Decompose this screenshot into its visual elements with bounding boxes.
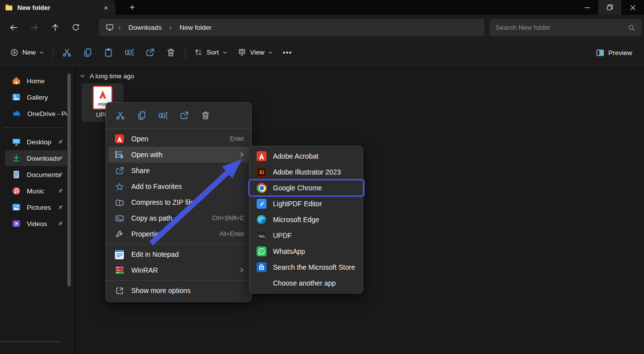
menu-item-open-with[interactable]: Open with [108, 147, 249, 163]
sidebar-item-desktop[interactable]: Desktop [5, 134, 67, 150]
sidebar-item-label: Videos [27, 220, 47, 228]
menu-item-edit-in-notepad[interactable]: Edit in Notepad [108, 246, 249, 262]
breadcrumb-new-folder[interactable]: New folder [175, 22, 215, 33]
chevron-right-icon[interactable] [5, 111, 5, 116]
paste-button[interactable] [98, 44, 119, 61]
preview-button[interactable]: Preview [590, 44, 637, 61]
sidebar-item-videos[interactable]: Videos [5, 216, 67, 232]
submenu-item-search-microsoft-store[interactable]: Search the Microsoft Store [252, 259, 360, 275]
menu-item-show-more-options[interactable]: Show more options [108, 283, 249, 298]
submenu-item-adobe-acrobat[interactable]: Adobe Acrobat [252, 148, 360, 164]
delete-button[interactable] [161, 44, 181, 61]
copy-path-icon [114, 214, 125, 223]
share-button[interactable] [140, 44, 161, 61]
cut-icon[interactable] [111, 107, 129, 123]
sidebar-item-gallery[interactable]: Gallery [5, 89, 67, 105]
menu-item-shortcut: Alt+Enter [219, 231, 244, 237]
new-button[interactable]: New [5, 44, 49, 61]
home-icon [12, 76, 21, 85]
menu-divider [106, 244, 251, 244]
menu-item-label: Open with [131, 151, 235, 159]
pin-icon [57, 204, 63, 211]
sidebar-item-home[interactable]: Home [5, 73, 67, 89]
forward-button[interactable] [24, 18, 45, 36]
submenu-item-choose-another-app[interactable]: Choose another app [252, 275, 360, 291]
toolbar-divider [53, 46, 53, 59]
share-icon [114, 166, 125, 176]
chevron-down-icon [222, 50, 227, 55]
menu-item-label: Copy as path [131, 214, 212, 222]
minimize-button[interactable] [576, 0, 598, 15]
menu-item-open[interactable]: Open Enter [108, 131, 249, 147]
submenu-item-whatsapp[interactable]: WhatsApp [252, 243, 360, 259]
sidebar-item-pictures[interactable]: Pictures [5, 199, 67, 215]
copy-icon[interactable] [132, 107, 151, 123]
ellipsis-icon: ••• [283, 48, 292, 57]
gallery-icon [12, 93, 21, 102]
share-icon[interactable] [175, 107, 193, 123]
back-button[interactable] [3, 18, 24, 36]
group-header[interactable]: A long time ago [80, 72, 134, 80]
menu-item-label: Edit in Notepad [131, 250, 244, 258]
menu-item-label: Compress to ZIP file [131, 198, 244, 206]
view-button[interactable]: View [232, 44, 278, 61]
chevron-right-icon [239, 267, 244, 273]
breadcrumb-downloads[interactable]: Downloads [124, 22, 165, 33]
menu-item-copy-as-path[interactable]: Copy as path Ctrl+Shift+C [108, 210, 249, 226]
zip-folder-icon [114, 198, 125, 207]
address-bar[interactable]: › Downloads › New folder [99, 19, 484, 36]
context-menu: Open Enter Open with Share Add to Favori… [106, 102, 252, 302]
chevron-down-icon [80, 73, 85, 79]
menu-item-add-to-favorites[interactable]: Add to Favorites [108, 178, 249, 194]
sidebar-item-label: Pictures [27, 204, 51, 211]
sort-button[interactable]: Sort [189, 44, 232, 61]
sidebar-item-downloads[interactable]: Downloads [5, 150, 67, 166]
sidebar-item-onedrive[interactable]: OneDrive - Perso [5, 106, 67, 121]
rename-button[interactable] [119, 44, 140, 61]
explorer-tab[interactable]: New folder × [0, 0, 115, 15]
adobe-acrobat-icon [257, 151, 267, 161]
submenu-item-google-chrome[interactable]: Google Chrome [252, 180, 360, 196]
menu-item-label: Share [131, 167, 244, 175]
delete-icon[interactable] [196, 107, 215, 123]
copy-button[interactable] [77, 44, 98, 61]
search-box[interactable] [489, 19, 642, 36]
sidebar-item-documents[interactable]: Documents [5, 167, 67, 182]
pin-icon [57, 188, 63, 194]
sidebar-item-label: OneDrive - Perso [27, 110, 67, 118]
submenu-item-adobe-illustrator[interactable]: Ai Adobe Illustrator 2023 [252, 164, 360, 180]
submenu-item-label: WhatsApp [273, 247, 305, 255]
submenu-item-label: Adobe Illustrator 2023 [273, 168, 341, 176]
winrar-icon [114, 266, 125, 275]
adobe-illustrator-icon: Ai [257, 167, 267, 177]
menu-item-compress-zip[interactable]: Compress to ZIP file [108, 194, 249, 210]
submenu-item-updf[interactable]: UPDF [252, 228, 360, 243]
search-icon[interactable] [628, 24, 636, 32]
close-button[interactable] [621, 0, 644, 15]
submenu-item-label: Adobe Acrobat [273, 152, 319, 160]
search-input[interactable] [495, 24, 628, 31]
sidebar-separator [4, 127, 66, 128]
up-button[interactable] [45, 18, 65, 36]
submenu-item-microsoft-edge[interactable]: Microsoft Edge [252, 212, 360, 228]
submenu-item-label: Google Chrome [273, 184, 322, 192]
menu-item-winrar[interactable]: WinRAR [108, 262, 249, 278]
new-tab-button[interactable]: + [126, 2, 138, 13]
menu-item-share[interactable]: Share [108, 163, 249, 178]
refresh-button[interactable] [65, 18, 86, 36]
submenu-item-label: LightPDF Editor [273, 200, 322, 208]
sidebar-scrollbar[interactable] [67, 73, 71, 287]
tab-close-icon[interactable]: × [102, 3, 110, 12]
this-pc-icon[interactable] [105, 23, 114, 32]
submenu-item-lightpdf[interactable]: LightPDF Editor [252, 196, 360, 212]
documents-icon [12, 170, 21, 179]
cut-button[interactable] [56, 44, 77, 61]
menu-item-label: Open [131, 135, 230, 143]
sort-icon [194, 48, 203, 57]
sidebar-item-music[interactable]: Music [5, 183, 67, 199]
menu-item-properties[interactable]: Properties Alt+Enter [108, 226, 249, 242]
restore-button[interactable] [598, 0, 621, 15]
pictures-icon [12, 203, 21, 212]
rename-icon[interactable] [154, 107, 172, 123]
more-options-button[interactable]: ••• [278, 44, 297, 61]
